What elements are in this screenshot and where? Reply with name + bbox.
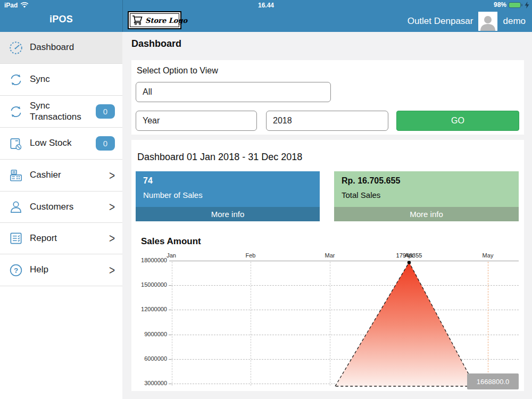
store-logo-text: Store Logo	[145, 16, 187, 24]
total-sales-label: Total Sales	[342, 190, 519, 200]
sales-amount-chart[interactable]: 18000000 15000000 12000000 9000000 60000…	[171, 261, 519, 387]
battery-icon	[509, 2, 522, 8]
sidebar-item-help[interactable]: ? Help >	[0, 254, 122, 286]
sidebar-item-sync-transactions[interactable]: Sync Transactions 0	[0, 96, 122, 128]
chart-title: Sales Amount	[141, 236, 201, 247]
period-value-select[interactable]	[266, 111, 388, 131]
sidebar-item-label: Cashier	[30, 170, 61, 180]
ipos-app-window: iPad 16.44 98% iPOS	[0, 0, 532, 399]
x-axis-label: Feb	[235, 252, 267, 259]
store-logo: Store Logo	[128, 11, 181, 29]
speedometer-icon	[9, 40, 23, 55]
chevron-right-icon: >	[109, 168, 115, 183]
total-sales-box: Rp. 16.705.655 Total Sales More info	[334, 171, 519, 221]
header-bar: iPad 16.44 98% iPOS	[0, 0, 532, 32]
status-bar: iPad 16.44 98%	[0, 0, 532, 11]
filter-label: Select Option to View	[137, 66, 218, 76]
low-stock-icon	[9, 136, 23, 151]
option-select[interactable]	[136, 82, 331, 102]
y-axis-label: 9000000	[127, 331, 167, 337]
low-stock-badge: 0	[96, 136, 115, 151]
svg-text:?: ?	[14, 266, 18, 274]
period-heading: Dashboard 01 Jan 2018 - 31 Dec 2018	[137, 152, 302, 163]
total-sales-value: Rp. 16.705.655	[342, 176, 519, 186]
header-divider	[122, 0, 123, 32]
sidebar-item-label: Sync	[30, 74, 50, 85]
sync-icon	[9, 72, 23, 87]
charging-bolt-icon	[525, 2, 529, 9]
status-time: 16.44	[0, 2, 532, 9]
chevron-right-icon: >	[109, 200, 115, 214]
person-icon	[9, 200, 23, 214]
sidebar-item-customers[interactable]: Customers >	[0, 192, 122, 223]
y-axis-label: 12000000	[127, 306, 167, 312]
area-series	[171, 261, 519, 387]
sidebar-item-label: Dashboard	[30, 42, 74, 53]
shopping-cart-icon	[132, 15, 144, 26]
sync-icon	[9, 104, 23, 119]
sidebar-item-low-stock[interactable]: Low Stock 0	[0, 128, 122, 160]
sidebar-item-label: Low Stock	[30, 138, 71, 148]
battery-percent: 98%	[494, 1, 506, 9]
go-button[interactable]: GO	[396, 111, 519, 131]
filter-panel: Select Option to View GO	[131, 60, 524, 135]
number-of-sales-value: 74	[143, 176, 320, 186]
x-axis-label: Mar	[314, 252, 346, 259]
report-icon	[9, 231, 23, 246]
sidebar: Dashboard Sync Sync Transactions 0 Low S…	[0, 32, 122, 399]
x-axis-label: May	[472, 252, 504, 259]
period-type-select[interactable]	[136, 111, 257, 131]
number-of-sales-box: 74 Number of Sales More info	[136, 171, 320, 221]
avatar[interactable]	[478, 12, 497, 31]
sidebar-item-dashboard[interactable]: Dashboard	[0, 32, 122, 64]
help-icon: ?	[9, 263, 23, 278]
sidebar-item-sync[interactable]: Sync	[0, 64, 122, 96]
cash-register-icon	[9, 168, 23, 183]
y-axis-label: 3000000	[127, 380, 167, 386]
peak-value-label: 17948355	[388, 252, 430, 259]
chevron-right-icon: >	[109, 231, 115, 246]
number-of-sales-label: Number of Sales	[143, 190, 320, 200]
sidebar-item-cashier[interactable]: Cashier >	[0, 160, 122, 192]
page-title: Dashboard	[131, 38, 181, 49]
user-name[interactable]: demo	[503, 16, 526, 27]
sidebar-item-label: Help	[30, 264, 48, 275]
peak-data-point	[408, 261, 411, 264]
app-title: iPOS	[0, 14, 122, 25]
chart-tooltip: 1668800.0	[467, 373, 519, 389]
chevron-right-icon: >	[109, 263, 115, 278]
outlet-name: Outlet Denpasar	[408, 16, 473, 27]
x-axis-label: Jan	[155, 252, 187, 259]
sidebar-item-label: Customers	[30, 202, 73, 212]
number-of-sales-more-info[interactable]: More info	[136, 207, 320, 221]
y-axis-label: 15000000	[127, 281, 167, 288]
sync-transactions-badge: 0	[96, 104, 115, 119]
y-axis-label: 6000000	[127, 355, 167, 362]
sidebar-item-report[interactable]: Report >	[0, 223, 122, 254]
sidebar-item-label: Sync Transactions	[30, 101, 93, 122]
total-sales-more-info[interactable]: More info	[334, 207, 519, 221]
sidebar-item-label: Report	[30, 233, 57, 244]
